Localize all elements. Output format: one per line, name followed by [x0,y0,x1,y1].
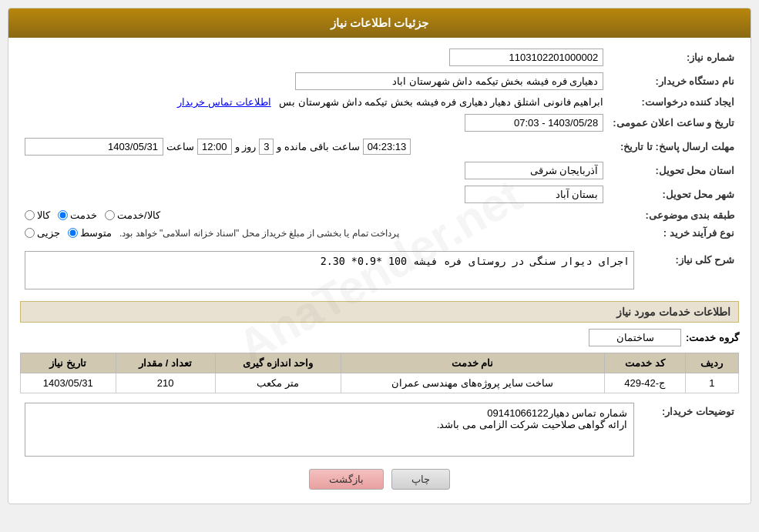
buyer-notes-cell: شماره تماس دهیار09141066122ارائه گواهی ص… [20,400,639,460]
purchase-type-motavasset-item: متوسط [68,227,112,239]
creator-link[interactable]: اطلاعات تماس خریدار [177,96,270,108]
city-value: بستان آباد [20,182,608,206]
category-kala-item: کالا [25,209,50,221]
category-khadamat-item: خدمت [58,209,97,221]
buyer-notes-table: توضیحات خریدار: شماره تماس دهیار09141066… [20,400,739,460]
cell-name: ساخت سایر پروژه‌های مهندسی عمران [341,373,604,393]
category-label: طبقه بندی موضوعی: [608,206,739,224]
group-value: ساختمان [589,329,681,346]
description-table: شرح کلی نیاز: اجرای دیوار سنگی در روستای… [20,248,739,295]
purchase-type-label: نوع فرآیند خرید : [608,224,739,242]
province-box: آذربایجان شرقی [465,162,603,179]
col-date: تاریخ نیاز [21,353,116,373]
category-kala-radio[interactable] [25,210,35,220]
buyer-org-value: دهیاری فره فیشه بخش تیکمه داش شهرستان اب… [20,69,608,93]
deadline-days-label: روز و [235,141,257,152]
purchase-type-note: پرداخت تمام یا بخشی از مبلغ خریداز محل "… [119,228,399,239]
col-count: تعداد / مقدار [116,353,215,373]
services-tbody: 1 ج-42-429 ساخت سایر پروژه‌های مهندسی عم… [21,373,739,393]
city-label: شهر محل تحویل: [608,182,739,206]
city-box: بستان آباد [465,186,603,203]
deadline-time-label: ساعت [166,141,194,152]
services-table: ردیف کد خدمت نام خدمت واحد اندازه گیری ت… [20,353,739,393]
deadline-time-box: 12:00 [197,139,232,155]
need-number-box: 1103102201000002 [449,49,603,66]
group-row: گروه خدمت: ساختمان [20,329,739,346]
buyer-notes-box: شماره تماس دهیار09141066122ارائه گواهی ص… [25,403,634,457]
description-value-cell: اجرای دیوار سنگی در روستای فره فیشه 100 … [20,248,639,295]
deadline-label: مهلت ارسال پاسخ: تا تاریخ: [608,135,739,159]
category-khadamat-radio[interactable] [58,210,68,220]
services-table-header-row: ردیف کد خدمت نام خدمت واحد اندازه گیری ت… [21,353,739,373]
category-kala-khadamat-item: کالا/خدمت [105,209,160,221]
deadline-date-box: 1403/05/31 [25,138,163,156]
col-row-num: ردیف [685,353,738,373]
cell-code: ج-42-429 [604,373,685,393]
description-textarea[interactable]: اجرای دیوار سنگی در روستای فره فیشه 100 … [25,251,634,289]
col-code: کد خدمت [604,353,685,373]
page-title: جزئیات اطلاعات نیاز [8,8,751,38]
creator-value: ابراهیم فانونی اشتلق دهیار دهیاری فره فی… [20,93,608,111]
cell-row-num: 1 [685,373,738,393]
table-row: 1 ج-42-429 ساخت سایر پروژه‌های مهندسی عم… [21,373,739,393]
category-kala-khadamat-radio[interactable] [105,210,115,220]
deadline-row: 04:23:13 ساعت باقی مانده و 3 روز و 12:00… [20,135,608,159]
purchase-type-motavasset-label: متوسط [80,227,112,239]
description-label: شرح کلی نیاز: [639,248,739,295]
creator-text: ابراهیم فانونی اشتلق دهیار دهیاری فره فی… [279,96,603,108]
group-label: گروه خدمت: [686,332,739,343]
cell-unit: متر مکعب [215,373,341,393]
cell-count: 210 [116,373,215,393]
creator-label: ایجاد کننده درخواست: [608,93,739,111]
purchase-type-jozvi-radio[interactable] [25,228,35,238]
category-row: کالا/خدمت خدمت کالا [20,206,608,224]
print-button[interactable]: چاپ [391,469,450,490]
services-header: اطلاعات خدمات مورد نیاز [20,301,739,323]
deadline-days-box: 3 [259,139,274,155]
purchase-type-jozvi-item: جزیی [25,227,60,239]
category-khadamat-label: خدمت [70,209,97,221]
province-label: استان محل تحویل: [608,159,739,182]
buyer-notes-label: توضیحات خریدار: [639,400,739,460]
buttons-row: چاپ بازگشت [20,469,739,490]
purchase-type-row: پرداخت تمام یا بخشی از مبلغ خریداز محل "… [20,224,608,242]
deadline-remaining-label: ساعت باقی مانده [284,141,359,152]
buyer-org-box: دهیاری فره فیشه بخش تیکمه داش شهرستان اب… [295,72,603,90]
need-number-label: شماره نیاز: [608,45,739,69]
category-kala-label: کالا [37,209,50,221]
col-unit: واحد اندازه گیری [215,353,341,373]
info-table: شماره نیاز: 1103102201000002 نام دستگاه … [20,45,739,242]
purchase-type-motavasset-radio[interactable] [68,228,78,238]
main-container: جزئیات اطلاعات نیاز AnaTender.net شماره … [8,8,751,504]
announce-date-label: تاریخ و ساعت اعلان عمومی: [608,111,739,135]
content-area: AnaTender.net شماره نیاز: 11031022010000… [8,38,751,504]
back-button[interactable]: بازگشت [309,469,384,490]
buyer-org-label: نام دستگاه خریدار: [608,69,739,93]
province-value: آذربایجان شرقی [20,159,608,182]
category-kala-khadamat-label: کالا/خدمت [117,209,160,221]
purchase-type-jozvi-label: جزیی [37,227,60,239]
announce-date-box: 1403/05/28 - 07:03 [465,114,603,132]
cell-date: 1403/05/31 [21,373,116,393]
col-name: نام خدمت [341,353,604,373]
deadline-and: و [277,141,281,152]
need-number-value: 1103102201000002 [20,45,608,69]
announce-date-value: 1403/05/28 - 07:03 [20,111,608,135]
deadline-remaining-box: 04:23:13 [363,139,411,155]
